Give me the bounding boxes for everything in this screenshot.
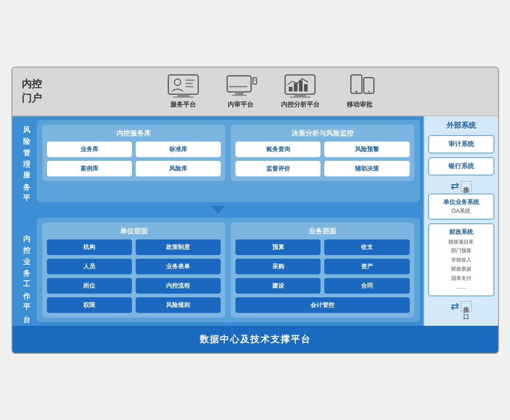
interface-label-2: 接 口 — [461, 301, 472, 312]
right-panel-title: 外部系统 — [428, 121, 494, 131]
box-shenji: 审计系统 — [428, 135, 494, 153]
risk-mgmt-section: 风 险 管 理 服 务 平 台 内控服务库 业务库 标准库 案例库 风险库 — [12, 116, 424, 204]
unit-grid: 机构 政策制度 人员 业务表单 岗位 内控流程 权限 风险规则 — [47, 239, 221, 313]
cell-fuzhuejuece: 辅助决策 — [324, 161, 409, 176]
box-caizhen: 财政系统 财政项目库 部门预算 非税收入 财政票据 国库支付 ...... — [428, 223, 494, 297]
sections-container: 风 险 管 理 服 务 平 台 内控服务库 业务库 标准库 案例库 风险库 — [12, 116, 424, 326]
cell-jianshe: 建设 — [235, 278, 321, 294]
svg-rect-17 — [294, 83, 298, 91]
interface-arrow-1: ⇄ 接 口 — [428, 181, 494, 192]
cell-biaozhunku: 标准库 — [136, 142, 221, 157]
top-label: 内控 门户 — [22, 77, 47, 106]
risk-content: 内控服务库 业务库 标准库 案例库 风险库 决策分析与风险监控 — [37, 120, 420, 202]
body-row: 风 险 管 理 服 务 平 台 内控服务库 业务库 标准库 案例库 风险库 — [12, 116, 498, 326]
svg-rect-14 — [294, 94, 306, 96]
bottom-label: 数据中心及技术支撑平台 — [200, 334, 311, 344]
cell-caigou: 采购 — [235, 259, 321, 274]
cell-yusuan: 预算 — [235, 239, 321, 255]
cell-jianduping: 监督评价 — [235, 161, 321, 176]
risk-label: 风 险 管 理 服 务 平 台 — [16, 120, 37, 202]
icon-fuwu: 服务平台 — [166, 74, 201, 109]
interface-label-1: 接 口 — [461, 181, 472, 192]
svg-rect-2 — [173, 96, 194, 98]
cell-renyuan: 人员 — [47, 259, 132, 274]
decision-analysis: 决策分析与风险监控 账务查询 风险预警 监督评价 辅助决策 — [231, 125, 414, 181]
cell-zhangwu: 账务查询 — [235, 142, 321, 157]
down-arrow-1 — [12, 204, 424, 216]
svg-rect-1 — [178, 94, 189, 96]
svg-rect-4 — [185, 79, 195, 81]
cell-shouzhi: 收支 — [324, 239, 409, 255]
icon-fenxi: 内控分析平台 — [281, 74, 320, 109]
cell-jigou: 机构 — [47, 239, 132, 255]
unit-level: 单位层面 机构 政策制度 人员 业务表单 岗位 内控流程 权限 风险规则 — [42, 222, 226, 318]
icon-yidong-label: 移动审批 — [347, 101, 372, 109]
svg-rect-5 — [185, 83, 193, 84]
icon-neishen-label: 内审平台 — [228, 101, 253, 109]
box-yinhang: 银行系统 — [428, 157, 494, 176]
icon-fenxi-label: 内控分析平台 — [281, 101, 320, 109]
svg-point-23 — [368, 91, 369, 92]
right-top-group: 审计系统 银行系统 — [428, 135, 494, 179]
svg-rect-7 — [227, 76, 251, 92]
cell-yewubiao: 业务表单 — [136, 259, 221, 274]
top-icons-row: 服务平台 内审平台 — [54, 74, 489, 109]
interface-arrow-2: ⇄ 接 口 — [428, 301, 494, 312]
icon-yidong: 移动审批 — [343, 74, 377, 109]
cell-fengxianku: 风险库 — [136, 161, 221, 176]
mobile-tablet-icon — [343, 74, 377, 98]
svg-rect-19 — [304, 84, 308, 91]
cell-neikong-flow: 内控流程 — [136, 278, 221, 294]
svg-rect-8 — [235, 92, 243, 95]
svg-rect-9 — [232, 95, 246, 96]
biz-level: 业务层面 预算 收支 采购 资产 建设 合同 会计管控 — [231, 222, 414, 318]
main-container: 内控 门户 服务平台 — [11, 67, 499, 354]
cell-zhengce: 政策制度 — [136, 239, 221, 255]
monitor-person-icon — [166, 74, 201, 98]
biz-level-title: 业务层面 — [235, 227, 410, 236]
decision-title: 决策分析与风险监控 — [235, 129, 410, 138]
icon-fuwu-label: 服务平台 — [170, 101, 196, 109]
cell-fengxian-rule: 风险规则 — [136, 297, 221, 313]
box-oa-sub: OA系统 — [432, 207, 491, 215]
svg-rect-10 — [229, 86, 247, 87]
top-section: 内控 门户 服务平台 — [12, 68, 498, 116]
cell-kuaijiguankong: 会计管控 — [235, 297, 410, 313]
cell-fengxianyujing: 风险预警 — [324, 142, 409, 157]
arrow-shape-1 — [212, 206, 224, 214]
svg-rect-15 — [290, 96, 310, 98]
cell-yewuku: 业务库 — [47, 142, 132, 157]
biz-content: 单位层面 机构 政策制度 人员 业务表单 岗位 内控流程 权限 风险规则 — [37, 218, 420, 322]
box-oa: 单位业务系统 OA系统 — [428, 193, 494, 220]
box-caizhen-label: 财政系统 — [432, 228, 491, 236]
biz-section: 内 控 业 务 工 作 平 台 单位层面 机构 政策制度 人员 业务表单 岗位 — [12, 216, 424, 326]
decision-grid: 账务查询 风险预警 监督评价 辅助决策 — [235, 142, 410, 176]
right-panel: 外部系统 审计系统 银行系统 ⇄ 接 口 单位业务系统 OA系统 财政系统 财政… — [424, 116, 498, 326]
svg-rect-12 — [254, 79, 256, 81]
cell-zichan: 资产 — [324, 259, 409, 274]
svg-point-21 — [355, 91, 357, 92]
unit-title: 单位层面 — [47, 227, 221, 236]
bottom-section: 数据中心及技术支撑平台 — [12, 326, 498, 353]
risk-cols: 内控服务库 业务库 标准库 案例库 风险库 决策分析与风险监控 — [42, 125, 414, 181]
biz-label: 内 控 业 务 工 作 平 台 — [16, 218, 37, 322]
box-caizhen-sub: 财政项目库 部门预算 非税收入 财政票据 国库支付 ...... — [432, 238, 491, 292]
svg-point-3 — [174, 79, 181, 85]
icon-neishen: 内审平台 — [223, 74, 258, 109]
cell-gangwei: 岗位 — [47, 278, 132, 294]
cell-anliku: 案例库 — [47, 161, 132, 176]
library-title: 内控服务库 — [47, 129, 221, 138]
box-oa-label: 单位业务系统 — [432, 198, 491, 206]
cell-quanxian: 权限 — [47, 297, 132, 313]
svg-rect-18 — [299, 80, 303, 91]
library-grid: 业务库 标准库 案例库 风险库 — [47, 142, 221, 176]
cell-hetong: 合同 — [324, 278, 409, 294]
neikong-library: 内控服务库 业务库 标准库 案例库 风险库 — [42, 125, 226, 181]
svg-rect-16 — [289, 87, 292, 91]
monitor-desktop-icon — [223, 74, 258, 98]
biz-cols: 单位层面 机构 政策制度 人员 业务表单 岗位 内控流程 权限 风险规则 — [42, 222, 414, 318]
svg-rect-6 — [185, 86, 194, 87]
biz-level-grid: 预算 收支 采购 资产 建设 合同 — [235, 239, 410, 294]
chart-screen-icon — [283, 74, 317, 98]
